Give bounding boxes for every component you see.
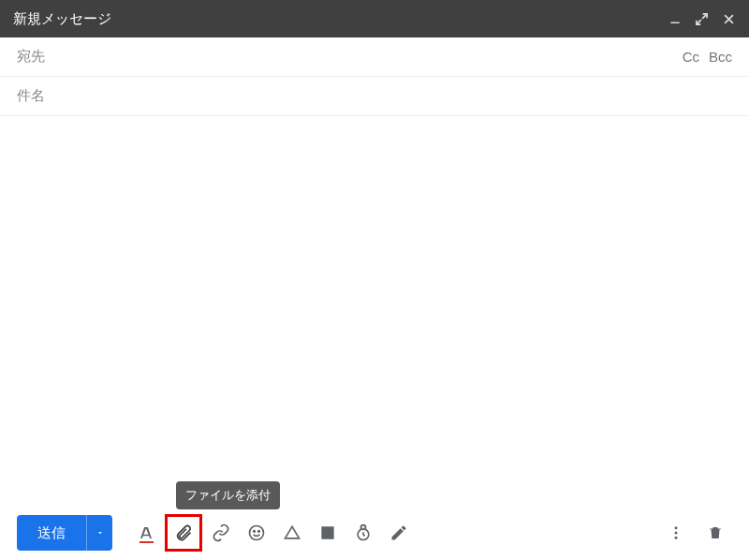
window-controls xyxy=(668,12,736,26)
to-input[interactable] xyxy=(45,49,683,65)
message-body[interactable] xyxy=(0,116,749,506)
minimize-icon[interactable] xyxy=(668,12,682,25)
send-more-button[interactable] xyxy=(86,515,112,551)
attach-tooltip: ファイルを添付 xyxy=(176,481,280,509)
formatting-icon[interactable] xyxy=(129,516,163,550)
compose-header: 新規メッセージ xyxy=(0,0,749,37)
svg-point-7 xyxy=(675,532,678,535)
compose-toolbar: ファイルを添付 送信 xyxy=(0,506,749,560)
subject-field-row[interactable]: 件名 xyxy=(0,77,749,116)
drive-icon[interactable] xyxy=(275,516,309,550)
discard-icon[interactable] xyxy=(698,516,732,550)
subject-input[interactable] xyxy=(45,88,732,104)
close-icon[interactable] xyxy=(722,12,736,26)
svg-point-3 xyxy=(258,531,260,533)
attach-file-icon[interactable] xyxy=(165,514,202,552)
cc-toggle[interactable]: Cc xyxy=(683,49,699,65)
insert-photo-icon[interactable] xyxy=(311,516,345,550)
insert-link-icon[interactable] xyxy=(204,516,238,550)
confidential-mode-icon[interactable] xyxy=(346,516,380,550)
svg-point-8 xyxy=(675,537,678,539)
emoji-icon[interactable] xyxy=(240,516,273,550)
svg-point-6 xyxy=(675,526,678,529)
svg-point-2 xyxy=(254,531,256,533)
subject-label: 件名 xyxy=(17,87,45,105)
bcc-toggle[interactable]: Bcc xyxy=(709,49,732,65)
more-options-icon[interactable] xyxy=(659,516,693,550)
expand-icon[interactable] xyxy=(695,12,709,26)
svg-rect-0 xyxy=(670,22,679,23)
to-field-row[interactable]: 宛先 Cc Bcc xyxy=(0,37,749,77)
signature-icon[interactable] xyxy=(382,516,416,550)
compose-title: 新規メッセージ xyxy=(13,10,111,28)
svg-rect-5 xyxy=(360,527,367,530)
svg-point-1 xyxy=(250,526,264,540)
send-button-group: 送信 xyxy=(17,515,112,551)
to-label: 宛先 xyxy=(17,48,45,66)
send-button[interactable]: 送信 xyxy=(17,515,86,551)
